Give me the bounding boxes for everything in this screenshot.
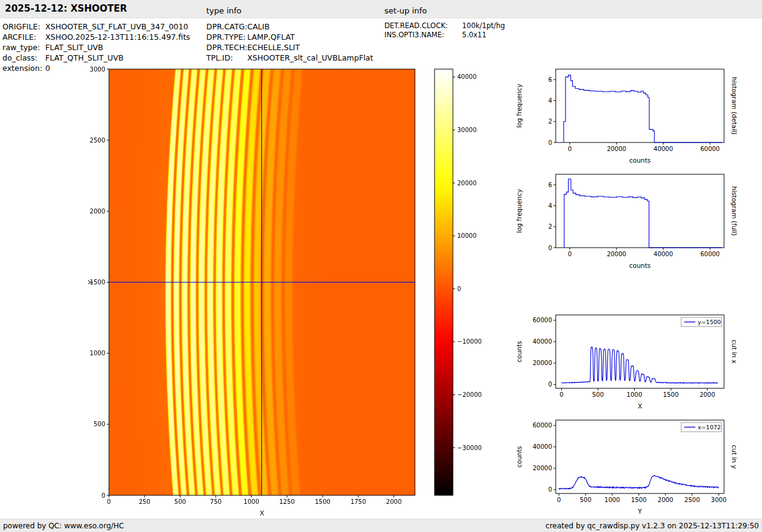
- axis-text: 0: [107, 498, 111, 505]
- axis-text: 2000: [700, 391, 715, 398]
- axis-text: 2500: [90, 137, 105, 144]
- axis-text: 2000: [658, 497, 673, 503]
- colorbar-gradient: [435, 69, 453, 495]
- axis-text: 3000: [90, 66, 105, 73]
- axis-text: 40000: [654, 146, 673, 152]
- meta-label: DET.READ.CLOCK:: [384, 21, 462, 31]
- axis-text: 1000: [605, 497, 620, 503]
- axis-text: 0: [548, 381, 552, 388]
- axis-text: −10000: [457, 338, 482, 345]
- meta-row: DPR.TECH:ECHELLE,SLIT: [206, 42, 373, 53]
- axis-text: X: [638, 402, 642, 410]
- axis-text: counts: [515, 341, 523, 362]
- axis-text: 60000: [532, 422, 552, 429]
- meta-label: ARCFILE:: [2, 32, 45, 42]
- qc-rawdisp-report: 2025-12-12: XSHOOTER type info set-up in…: [0, 0, 762, 532]
- meta-value: ECHELLE,SLIT: [247, 43, 300, 52]
- meta-value: LAMP,QFLAT: [247, 32, 295, 42]
- axis-text: histogram (detail): [731, 77, 738, 135]
- meta-label: extension:: [2, 63, 45, 73]
- axis-text: 2: [548, 118, 552, 125]
- axis-text: 500: [592, 391, 604, 398]
- axis-text: log frequency: [515, 189, 523, 233]
- meta-label: INS.OPTI3.NAME:: [384, 31, 462, 40]
- axis-text: 2: [548, 223, 552, 230]
- axis-text: 0: [559, 391, 563, 398]
- meta-value: 100k/1pt/hg: [462, 21, 505, 30]
- footer-bar: powered by QC: www.eso.org/HC created by…: [0, 519, 762, 532]
- axis-text: 0: [548, 245, 552, 251]
- meta-value: 0: [45, 64, 50, 73]
- axis-text: 60000: [700, 146, 720, 152]
- axis-text: 4: [548, 97, 552, 104]
- axis-text: 2500: [684, 497, 700, 503]
- axis-text: 60000: [532, 317, 552, 323]
- axis-text: cut in x: [731, 339, 738, 363]
- axis-text: y=1500: [698, 319, 721, 325]
- axis-text: Y: [637, 508, 642, 515]
- axis-text: counts: [629, 262, 651, 269]
- axis-text: 2000: [386, 498, 402, 505]
- axis-text: histogram (full): [731, 187, 738, 236]
- header-bar: 2025-12-12: XSHOOTER type info set-up in…: [0, 0, 762, 18]
- axis-text: 0: [548, 139, 552, 146]
- axis-text: 1750: [351, 498, 366, 505]
- footer-created-by: created by qc_rawdisp.py v1.2.3 on 2025-…: [545, 522, 759, 530]
- meta-row: ARCFILE:XSHOO.2025-12-13T11:16:15.497.fi…: [2, 32, 190, 42]
- cut_y-series-line: [559, 476, 719, 490]
- axis-text: 6: [548, 182, 552, 188]
- cut-in-y-plot: 0500100015002000250030000200004000060000…: [508, 412, 750, 517]
- page-title: 2025-12-12: XSHOOTER: [5, 3, 127, 14]
- meta-row: DET.READ.CLOCK:100k/1pt/hg: [384, 21, 505, 31]
- cut_x-series-line: [562, 347, 719, 383]
- meta-value: XSHOO.2025-12-13T11:16:15.497.fits: [45, 32, 190, 42]
- axis-text: cut in y: [731, 445, 738, 468]
- meta-value: XSHOOTER_SLT_FLAT_UVB_347_0010: [45, 22, 188, 31]
- axis-text: 250: [139, 498, 151, 505]
- axis-text: 40000: [457, 73, 477, 80]
- axis-text: 40000: [532, 338, 552, 345]
- histogram-full-plot: 02000040000600000246countslog frequencyh…: [508, 166, 750, 276]
- axis-text: 1500: [663, 391, 678, 398]
- axis-text: 1500: [631, 497, 646, 503]
- axis-text: 500: [580, 497, 591, 503]
- axis-text: x=1072: [698, 424, 721, 430]
- axis-text: 6: [548, 76, 552, 83]
- axis-text: 20000: [457, 180, 477, 187]
- axis-text: 1000: [627, 391, 642, 398]
- axis-text: 40000: [654, 251, 673, 257]
- axis-text: 0: [568, 251, 572, 257]
- axis-text: 4: [548, 202, 552, 209]
- axis-text: −20000: [457, 391, 482, 398]
- axis-text: 10000: [457, 232, 477, 239]
- meta-row: ORIGFILE:XSHOOTER_SLT_FLAT_UVB_347_0010: [2, 21, 190, 32]
- axis-text: Y: [87, 280, 94, 285]
- axis-text: 750: [210, 498, 222, 505]
- metadata-setup-info: DET.READ.CLOCK:100k/1pt/hgINS.OPTI3.NAME…: [384, 21, 505, 39]
- meta-label: raw_type:: [2, 42, 45, 53]
- axis-text: log frequency: [515, 84, 523, 128]
- meta-value: 5.0x11: [462, 31, 487, 39]
- meta-label: DPR.CATG:: [206, 21, 247, 32]
- axis-text: counts: [515, 446, 523, 467]
- axis-text: 0: [568, 146, 572, 152]
- axis-text: −30000: [457, 445, 482, 451]
- meta-label: ORIGFILE:: [2, 21, 45, 32]
- axis-text: X: [260, 509, 264, 517]
- main-image-axes: 0250500750100012501500175020000500100015…: [80, 61, 431, 523]
- type-info-heading: type info: [206, 6, 242, 15]
- axis-text: 20000: [532, 360, 552, 366]
- meta-value: CALIB: [247, 22, 270, 31]
- meta-value: FLAT_SLIT_UVB: [45, 43, 103, 52]
- axis-text: 20000: [607, 251, 626, 257]
- axis-text: 0: [457, 286, 461, 292]
- axis-text: 500: [94, 421, 105, 427]
- axis-text: 1000: [244, 498, 259, 505]
- cut-in-x-plot: 05001000150020000200004000060000Xcountsc…: [508, 307, 750, 412]
- meta-label: DPR.TECH:: [206, 42, 247, 53]
- meta-row: INS.OPTI3.NAME:5.0x11: [384, 31, 505, 40]
- axis-text: 500: [174, 498, 186, 505]
- meta-label: DPR.TYPE:: [206, 32, 247, 42]
- axis-text: 60000: [700, 251, 720, 257]
- axis-text: 0: [548, 486, 552, 493]
